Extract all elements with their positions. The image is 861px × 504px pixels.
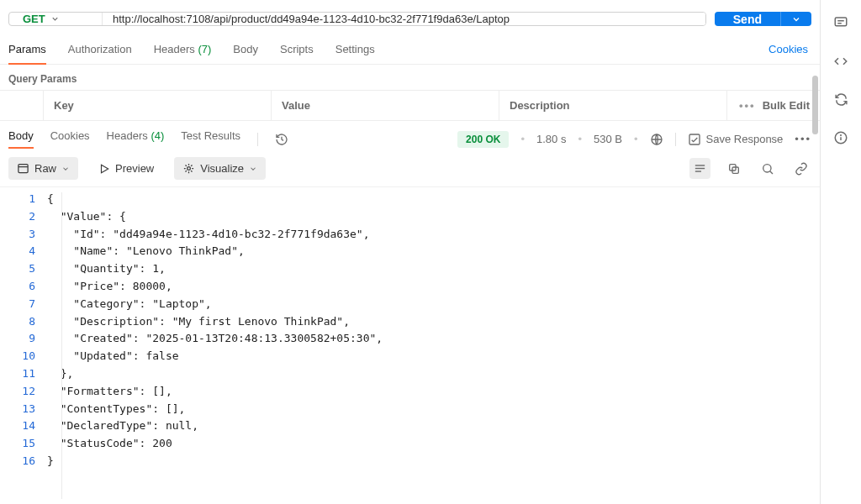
code-line: 8 "Description": "My first Lenovo ThinkP…: [0, 313, 820, 331]
line-number: 4: [0, 243, 47, 260]
request-tabs: Params Authorization Headers (7) Body Sc…: [0, 34, 820, 65]
code-text: "StatusCode": 200: [47, 435, 172, 453]
save-response-button[interactable]: Save Response: [688, 133, 784, 146]
response-size: 530 B: [594, 133, 622, 145]
query-params-description-header[interactable]: Description: [499, 91, 727, 120]
view-visualize-button[interactable]: Visualize: [174, 157, 266, 180]
code-text: },: [47, 365, 73, 383]
response-time: 1.80 s: [536, 133, 566, 145]
code-text: }: [47, 453, 54, 470]
view-raw-button[interactable]: Raw: [8, 157, 78, 180]
code-line: 3 "Id": "dd49a94e-1123-4d10-bc32-2f771f9…: [0, 226, 820, 244]
line-number: 12: [0, 383, 47, 401]
code-text: "Value": {: [47, 208, 126, 226]
ellipsis-icon: •••: [739, 99, 756, 112]
code-text: "Quantity": 1,: [47, 260, 166, 278]
globe-icon[interactable]: [650, 133, 663, 146]
code-line: 2 "Value": {: [0, 208, 820, 226]
chevron-down-icon: [61, 165, 70, 173]
response-body-viewer[interactable]: 1{2 "Value": {3 "Id": "dd49a94e-1123-4d1…: [0, 186, 820, 504]
search-icon[interactable]: [758, 159, 778, 179]
query-params-title: Query Params: [0, 65, 820, 90]
query-params-header: Key Value Description ••• Bulk Edit: [0, 90, 820, 121]
line-number: 2: [0, 208, 47, 226]
indent-guide: [61, 192, 62, 499]
history-icon[interactable]: [275, 133, 288, 146]
request-bar: GET Send: [0, 0, 820, 34]
send-dropdown[interactable]: [780, 12, 811, 26]
code-line: 10 "Updated": false: [0, 348, 820, 365]
tab-params[interactable]: Params: [8, 38, 46, 64]
line-number: 16: [0, 453, 47, 470]
svg-line-12: [770, 171, 773, 173]
code-line: 15 "StatusCode": 200: [0, 435, 820, 453]
code-text: {: [47, 191, 54, 208]
line-number: 5: [0, 260, 47, 278]
response-tab-headers[interactable]: Headers (4): [107, 129, 165, 149]
line-number: 6: [0, 278, 47, 296]
cookies-link[interactable]: Cookies: [769, 38, 811, 64]
code-text: "ContentTypes": [],: [47, 401, 185, 418]
response-tab-body[interactable]: Body: [8, 129, 34, 149]
line-number: 10: [0, 348, 47, 365]
view-mode-bar: Raw Preview Visualize: [0, 154, 820, 186]
http-method-select[interactable]: GET: [9, 13, 102, 25]
response-tab-cookies[interactable]: Cookies: [50, 129, 90, 149]
chevron-down-icon: [249, 165, 257, 173]
divider: [257, 133, 258, 146]
dot-separator: •: [634, 133, 638, 145]
response-tabs: Body Cookies Headers (4) Test Results 20…: [0, 121, 820, 154]
tab-headers[interactable]: Headers (7): [154, 38, 212, 64]
line-number: 7: [0, 296, 47, 313]
code-line: 14 "DeclaredType": null,: [0, 417, 820, 435]
code-text: "Description": "My first Lenovo ThinkPad…: [47, 313, 350, 331]
tab-authorization[interactable]: Authorization: [68, 38, 132, 64]
info-icon[interactable]: [833, 130, 848, 145]
code-text: "Created": "2025-01-13T20:48:13.3300582+…: [47, 330, 383, 348]
dot-separator: •: [578, 133, 582, 145]
code-line: 16}: [0, 453, 820, 470]
more-actions-icon[interactable]: •••: [795, 133, 811, 145]
query-params-value-header[interactable]: Value: [272, 91, 499, 120]
code-line: 5 "Quantity": 1,: [0, 260, 820, 278]
svg-marker-4: [102, 165, 108, 172]
refresh-icon[interactable]: [834, 92, 848, 107]
line-number: 11: [0, 365, 47, 383]
code-line: 7 "Category": "Laptop",: [0, 296, 820, 313]
svg-rect-2: [18, 165, 28, 173]
bulk-edit-button[interactable]: ••• Bulk Edit: [727, 91, 820, 120]
svg-point-5: [188, 167, 191, 171]
comments-icon[interactable]: [833, 15, 848, 30]
tab-body[interactable]: Body: [233, 38, 258, 64]
wrap-lines-icon[interactable]: [689, 158, 710, 179]
dot-separator: •: [520, 133, 525, 145]
code-icon[interactable]: [833, 54, 848, 69]
code-line: 1{: [0, 191, 820, 208]
copy-icon[interactable]: [724, 159, 744, 179]
line-number: 8: [0, 313, 47, 331]
code-line: 4 "Name": "Lenovo ThinkPad",: [0, 243, 820, 260]
tab-settings[interactable]: Settings: [335, 38, 375, 64]
send-button[interactable]: Send: [715, 12, 811, 26]
scrollbar-thumb[interactable]: [812, 76, 818, 134]
query-params-key-header[interactable]: Key: [44, 91, 272, 120]
code-text: "Id": "dd49a94e-1123-4d10-bc32-2f771f9da…: [47, 226, 370, 244]
divider: [675, 133, 676, 146]
code-text: "Formatters": [],: [47, 383, 172, 401]
response-status-group: 200 OK • 1.80 s • 530 B • Save Response …: [457, 131, 811, 148]
code-text: "Name": "Lenovo ThinkPad",: [47, 243, 245, 260]
link-icon[interactable]: [791, 159, 811, 179]
response-tab-test-results[interactable]: Test Results: [181, 129, 240, 149]
code-line: 6 "Price": 80000,: [0, 278, 820, 296]
chevron-down-icon: [50, 14, 60, 24]
line-number: 14: [0, 417, 47, 435]
tab-scripts[interactable]: Scripts: [280, 38, 314, 64]
right-rail: [821, 0, 861, 504]
line-number: 13: [0, 401, 47, 418]
code-line: 12 "Formatters": [],: [0, 383, 820, 401]
query-params-checkbox-col[interactable]: [0, 91, 44, 120]
view-preview-button[interactable]: Preview: [90, 157, 162, 180]
url-input[interactable]: [103, 13, 705, 25]
code-text: "DeclaredType": null,: [47, 417, 198, 435]
code-line: 13 "ContentTypes": [],: [0, 401, 820, 418]
